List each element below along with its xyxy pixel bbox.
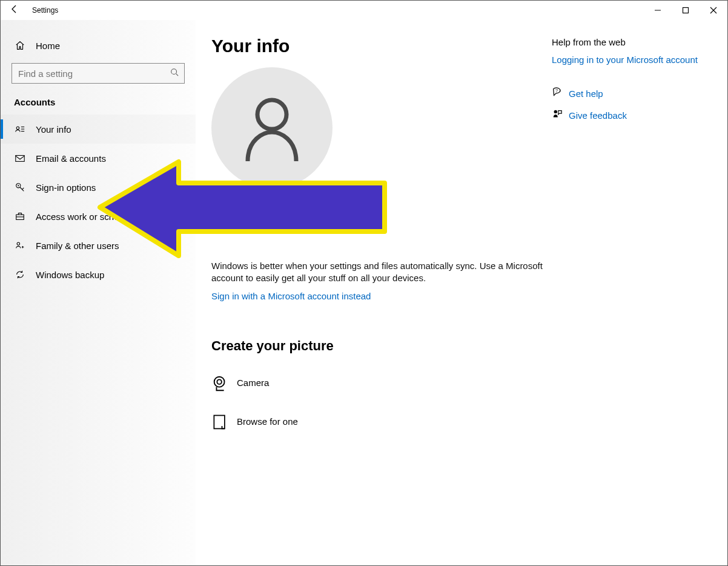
svg-point-4 bbox=[16, 127, 19, 130]
section-title: Accounts bbox=[1, 84, 196, 115]
close-button[interactable] bbox=[700, 1, 727, 20]
page-title: Your info bbox=[211, 36, 552, 56]
svg-text:?: ? bbox=[555, 88, 558, 93]
people-icon bbox=[14, 240, 26, 251]
back-button[interactable] bbox=[1, 4, 28, 16]
feedback-link[interactable]: Give feedback bbox=[552, 108, 709, 122]
browse-label: Browse for one bbox=[237, 416, 298, 427]
camera-button[interactable]: Camera bbox=[211, 367, 552, 399]
svg-point-16 bbox=[217, 379, 222, 384]
key-icon bbox=[14, 182, 26, 193]
sidebar-item-family-users[interactable]: Family & other users bbox=[1, 231, 196, 260]
nav-label: Windows backup bbox=[36, 270, 104, 280]
maximize-button[interactable] bbox=[672, 1, 700, 20]
browse-icon bbox=[211, 413, 237, 430]
get-help-icon: ? bbox=[552, 87, 569, 100]
svg-rect-1 bbox=[683, 8, 689, 13]
sidebar-item-email-accounts[interactable]: Email & accounts bbox=[1, 144, 196, 173]
nav-label: Access work or school bbox=[36, 211, 126, 222]
search-wrap bbox=[1, 63, 196, 84]
sync-icon bbox=[14, 269, 26, 280]
account-description: Windows is better when your settings and… bbox=[211, 260, 552, 285]
mail-icon bbox=[14, 153, 26, 164]
home-label: Home bbox=[36, 41, 60, 51]
home-button[interactable]: Home bbox=[1, 35, 196, 56]
sidebar: Home Accounts Your info Email & accounts bbox=[1, 20, 196, 565]
svg-point-13 bbox=[17, 242, 20, 245]
browse-button[interactable]: Browse for one bbox=[211, 406, 552, 438]
home-icon bbox=[14, 40, 26, 51]
create-picture-title: Create your picture bbox=[211, 338, 552, 354]
nav-label: Family & other users bbox=[36, 241, 119, 251]
get-help-link[interactable]: ? Get help bbox=[552, 87, 709, 100]
window-controls bbox=[644, 1, 727, 20]
svg-point-19 bbox=[554, 110, 557, 113]
nav-label: Your info bbox=[36, 124, 71, 135]
nav-label: Sign-in options bbox=[36, 182, 96, 193]
person-icon bbox=[242, 95, 302, 161]
camera-label: Camera bbox=[237, 378, 269, 388]
briefcase-icon bbox=[14, 211, 26, 222]
main-pane: Your info Windows is better when your se… bbox=[196, 20, 727, 565]
signin-ms-account-link[interactable]: Sign in with a Microsoft account instead bbox=[211, 291, 371, 301]
help-title: Help from the web bbox=[552, 37, 709, 47]
nav-label: Email & accounts bbox=[36, 153, 106, 164]
titlebar: Settings bbox=[1, 1, 727, 20]
minimize-button[interactable] bbox=[644, 1, 672, 20]
camera-icon bbox=[211, 374, 237, 392]
sidebar-item-your-info[interactable]: Your info bbox=[1, 115, 196, 144]
svg-rect-17 bbox=[214, 415, 225, 428]
feedback-label: Give feedback bbox=[569, 110, 627, 121]
svg-rect-8 bbox=[16, 156, 24, 162]
sidebar-item-signin-options[interactable]: Sign-in options bbox=[1, 173, 196, 202]
sidebar-item-access-work-school[interactable]: Access work or school bbox=[1, 202, 196, 231]
svg-point-14 bbox=[257, 100, 286, 129]
feedback-icon bbox=[552, 108, 569, 122]
window-title: Settings bbox=[28, 6, 58, 15]
search-input[interactable] bbox=[12, 63, 185, 84]
person-card-icon bbox=[14, 124, 26, 135]
help-login-link[interactable]: Logging in to your Microsoft account bbox=[552, 55, 709, 65]
sidebar-item-windows-backup[interactable]: Windows backup bbox=[1, 260, 196, 289]
svg-point-15 bbox=[214, 376, 225, 387]
avatar bbox=[211, 67, 333, 188]
get-help-label: Get help bbox=[569, 88, 603, 99]
help-panel: Help from the web Logging in to your Mic… bbox=[552, 36, 709, 565]
svg-point-10 bbox=[18, 185, 19, 186]
content: Your info Windows is better when your se… bbox=[211, 36, 552, 565]
